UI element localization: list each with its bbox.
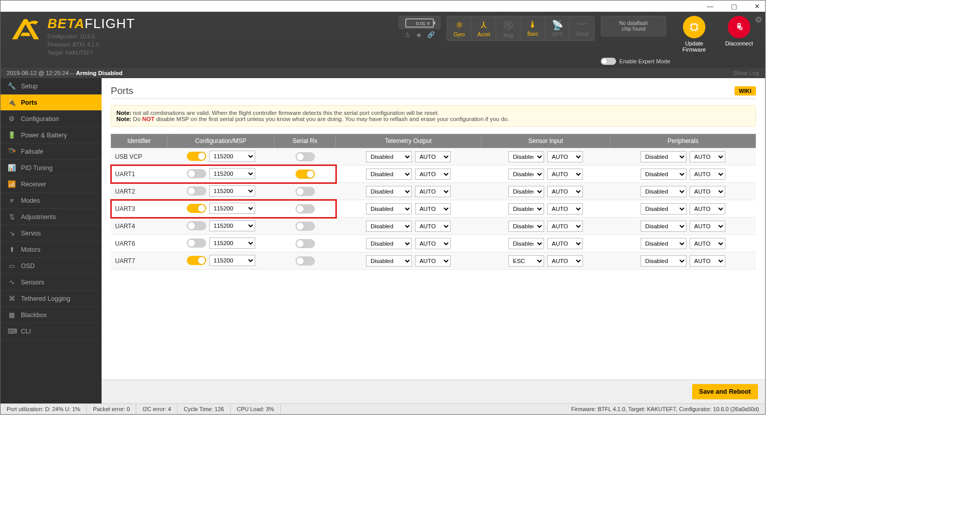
telemetry-select[interactable]: Disabled — [366, 221, 412, 232]
update-firmware-button[interactable]: Update Firmware — [676, 16, 712, 53]
sidebar-item-failsafe[interactable]: 🪂Failsafe — [1, 144, 102, 160]
show-log-button[interactable]: Show Log — [733, 70, 759, 76]
serial-rx-toggle[interactable] — [296, 170, 315, 179]
peripheral-baud-select[interactable]: AUTO — [690, 151, 725, 162]
msp-baud-select[interactable]: 115200 — [209, 151, 255, 162]
telemetry-baud-select[interactable]: AUTO — [415, 255, 451, 267]
sidebar-item-sensors[interactable]: ∿Sensors — [1, 274, 102, 291]
sensor-baud-select[interactable]: AUTO — [547, 221, 583, 232]
msp-toggle[interactable] — [187, 221, 206, 230]
sidebar-item-servos[interactable]: ↘Servos — [1, 225, 102, 242]
msp-baud-select[interactable]: 115200 — [209, 185, 255, 197]
sensor-gyro: ⚛Gyro — [447, 16, 472, 40]
peripheral-select[interactable]: Disabled — [641, 221, 687, 232]
sidebar-item-cli[interactable]: ⌨CLI — [1, 323, 102, 340]
telemetry-baud-select[interactable]: AUTO — [415, 186, 451, 197]
nav-icon: 🔋 — [8, 131, 16, 139]
telemetry-select[interactable]: Disabled — [366, 186, 412, 197]
sidebar-item-configuration[interactable]: ⚙Configuration — [1, 111, 102, 127]
peripheral-select[interactable]: Disabled — [641, 151, 687, 162]
window-max[interactable]: ▢ — [728, 2, 740, 11]
sensor-baud-select[interactable]: AUTO — [547, 186, 583, 197]
sidebar-item-label: Ports — [21, 99, 37, 106]
telemetry-select[interactable]: Disabled — [366, 238, 412, 249]
peripheral-baud-select[interactable]: AUTO — [690, 169, 725, 180]
msp-toggle[interactable] — [187, 186, 206, 196]
msp-toggle[interactable] — [187, 256, 206, 265]
msp-toggle[interactable] — [187, 152, 206, 161]
sensor-select[interactable]: Disabled — [508, 203, 544, 214]
serial-rx-toggle[interactable] — [296, 256, 315, 266]
sensor-select[interactable]: Disabled — [508, 169, 544, 180]
sensor-select[interactable]: Disabled — [508, 186, 544, 197]
sensor-select[interactable]: Disabled — [508, 221, 544, 232]
sidebar-item-pid-tuning[interactable]: 📊PID Tuning — [1, 160, 102, 176]
window-min[interactable]: — — [704, 2, 717, 11]
firmware-version: Firmware: BTFL 4.1.0 — [47, 41, 135, 48]
sidebar-item-modes[interactable]: ≡Modes — [1, 193, 102, 209]
sensor-select[interactable]: ESC — [508, 255, 544, 267]
serial-rx-toggle[interactable] — [296, 222, 315, 231]
msp-toggle[interactable] — [187, 169, 206, 178]
sensor-baud-select[interactable]: AUTO — [547, 203, 583, 214]
expert-mode-toggle[interactable] — [601, 58, 616, 65]
telemetry-baud-select[interactable]: AUTO — [415, 221, 451, 232]
sidebar-item-label: Configuration — [21, 115, 59, 123]
msp-baud-select[interactable]: 115200 — [209, 220, 255, 231]
sensor-select[interactable]: Disabled — [508, 151, 544, 162]
wiki-button[interactable]: WIKI — [734, 86, 756, 95]
peripheral-baud-select[interactable]: AUTO — [690, 221, 725, 232]
status-timestamp: 2019-08-12 @ 12:25:24 -- — [7, 70, 76, 76]
peripheral-select[interactable]: Disabled — [641, 238, 687, 249]
sidebar-item-setup[interactable]: 🔧Setup — [1, 78, 102, 94]
save-and-reboot-button[interactable]: Save and Reboot — [692, 384, 758, 399]
serial-rx-toggle[interactable] — [296, 239, 315, 248]
sensor-baud-select[interactable]: AUTO — [547, 151, 583, 162]
sidebar-item-ports[interactable]: 🔌Ports — [1, 94, 102, 111]
diamond-icon: ◈ — [416, 31, 421, 38]
msp-toggle[interactable] — [187, 238, 206, 248]
telemetry-select[interactable]: Disabled — [366, 151, 412, 162]
msp-baud-select[interactable]: 115200 — [209, 203, 255, 214]
port-identifier: USB VCP — [111, 148, 167, 165]
telemetry-baud-select[interactable]: AUTO — [415, 203, 451, 214]
sidebar-item-receiver[interactable]: 📶Receiver — [1, 176, 102, 193]
peripheral-baud-select[interactable]: AUTO — [690, 186, 725, 197]
sidebar-item-adjustments[interactable]: ⇅Adjustments — [1, 209, 102, 225]
peripheral-baud-select[interactable]: AUTO — [690, 203, 725, 214]
sensor-baud-select[interactable]: AUTO — [547, 238, 583, 249]
msp-toggle[interactable] — [187, 204, 206, 213]
serial-rx-toggle[interactable] — [296, 187, 315, 196]
sidebar-item-blackbox[interactable]: ▦Blackbox — [1, 307, 102, 323]
sidebar-item-power-battery[interactable]: 🔋Power & Battery — [1, 127, 102, 144]
serial-rx-toggle[interactable] — [296, 204, 315, 213]
peripheral-baud-select[interactable]: AUTO — [690, 238, 725, 249]
telemetry-select[interactable]: Disabled — [366, 203, 412, 214]
telemetry-select[interactable]: Disabled — [366, 255, 412, 267]
peripheral-select[interactable]: Disabled — [641, 255, 687, 267]
serial-rx-toggle[interactable] — [296, 152, 315, 161]
sensor-baud-select[interactable]: AUTO — [547, 169, 583, 180]
sidebar-item-motors[interactable]: ⬆Motors — [1, 242, 102, 258]
telemetry-baud-select[interactable]: AUTO — [415, 238, 451, 249]
telemetry-baud-select[interactable]: AUTO — [415, 169, 451, 180]
peripheral-select[interactable]: Disabled — [641, 203, 687, 214]
sidebar-item-osd[interactable]: ▭OSD — [1, 258, 102, 274]
peripheral-baud-select[interactable]: AUTO — [690, 255, 725, 267]
nav-icon: ▭ — [8, 262, 16, 270]
telemetry-baud-select[interactable]: AUTO — [415, 151, 451, 162]
sensor-baud-select[interactable]: AUTO — [547, 255, 583, 267]
logo-block: BETAFLIGHT Configurator: 10.6.0 Firmware… — [9, 16, 135, 57]
sidebar-item-tethered-logging[interactable]: ⌘Tethered Logging — [1, 291, 102, 307]
window-close[interactable]: ✕ — [751, 2, 763, 11]
peripheral-select[interactable]: Disabled — [641, 186, 687, 197]
telemetry-select[interactable]: Disabled — [366, 169, 412, 180]
msp-baud-select[interactable]: 115200 — [209, 168, 255, 179]
peripheral-select[interactable]: Disabled — [641, 169, 687, 180]
i2c-error: I2C error: 4 — [136, 404, 178, 414]
msp-baud-select[interactable]: 115200 — [209, 237, 255, 249]
settings-gear-icon[interactable]: ⚙ — [755, 15, 762, 25]
msp-baud-select[interactable]: 115200 — [209, 255, 255, 266]
sensor-select[interactable]: Disabled — [508, 238, 544, 249]
disconnect-button[interactable]: Disconnect — [721, 16, 757, 46]
